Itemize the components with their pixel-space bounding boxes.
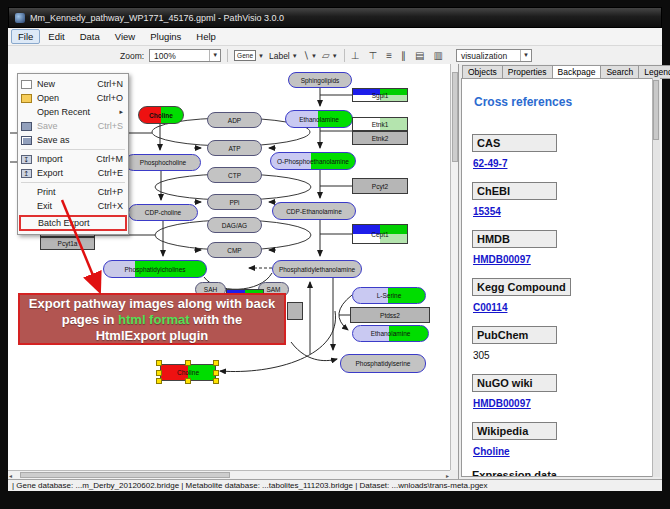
chevron-down-icon[interactable]: ▼ — [332, 53, 338, 59]
node-sgpl1[interactable]: Sgpl1 — [352, 88, 408, 102]
node-pcyt2[interactable]: Pcyt2 — [352, 178, 408, 194]
status-text: | Gene database: ...m_Derby_20120602.bri… — [12, 481, 488, 490]
tab-objects[interactable]: Objects — [462, 65, 503, 79]
panel-scrollbar-thumb[interactable] — [653, 80, 659, 140]
backpage-section-hmdb: HMDBHMDB00097 — [472, 229, 659, 265]
backpage-section-wikipedia: WikipediaCholine — [472, 421, 659, 457]
node-choline-top[interactable]: Choline — [138, 106, 184, 124]
file-menu-exit[interactable]: ExitCtrl+X — [18, 199, 128, 213]
selection-handle[interactable] — [185, 378, 191, 384]
tab-properties[interactable]: Properties — [502, 65, 553, 79]
node-ctp[interactable]: CTP — [207, 167, 262, 183]
node-ethanolamine-top[interactable]: Ethanolamine — [285, 110, 353, 128]
node-phosphatidylserine[interactable]: Phosphatidylserine — [340, 354, 426, 373]
scroll-right-icon[interactable]: ▸ — [445, 472, 450, 479]
node-phosphatidylethanolamine[interactable]: Phosphatidylethanolamine — [272, 260, 362, 278]
add-label-button[interactable]: Label ▼ — [269, 51, 298, 61]
menu-file[interactable]: File — [11, 29, 40, 44]
node-cdp-ethanolamine[interactable]: CDP-Ethanolamine — [272, 202, 356, 220]
align-center-y-icon[interactable]: ⊤ — [368, 50, 377, 62]
tab-search[interactable]: Search — [600, 65, 639, 79]
align-center-x-icon[interactable]: ⊥ — [351, 50, 360, 62]
node-cdp-choline[interactable]: CDP-choline — [128, 204, 198, 221]
xref-link[interactable]: C00114 — [473, 302, 659, 313]
node-connector-box[interactable] — [287, 302, 303, 320]
node-ptdss2[interactable]: Ptdss2 — [350, 307, 430, 323]
file-menu-batch-export[interactable]: Batch Export — [19, 215, 127, 231]
node-cept1[interactable]: Cept1 — [352, 224, 408, 244]
horizontal-scrollbar[interactable]: ◂ ▸ — [8, 470, 450, 479]
selection-handle[interactable] — [213, 378, 219, 384]
file-menu-import[interactable]: ImportCtrl+M — [18, 152, 128, 166]
scroll-left-icon[interactable]: ◂ — [8, 472, 13, 479]
menu-separator — [21, 182, 125, 183]
selection-handle[interactable] — [213, 370, 219, 376]
file-menu-export[interactable]: ExportCtrl+E — [18, 166, 128, 180]
horizontal-scrollbar-thumb[interactable] — [20, 472, 230, 478]
backpage-section-nugo-wiki: NuGO wikiHMDB00097 — [472, 373, 659, 409]
node-dag-ag[interactable]: DAG/AG — [207, 217, 262, 233]
stack-vertical-icon[interactable]: ▤ — [415, 50, 424, 62]
stack-horizontal-icon[interactable]: ▥ — [433, 50, 442, 62]
xref-link[interactable]: Choline — [473, 446, 659, 457]
shape-tool-icon: ▱ — [322, 50, 330, 62]
node-l-serine[interactable]: L-Serine — [352, 287, 426, 304]
menu-data[interactable]: Data — [73, 29, 107, 44]
chevron-down-icon[interactable]: ▼ — [292, 53, 298, 59]
menu-edit[interactable]: Edit — [41, 29, 71, 44]
chevron-down-icon[interactable]: ▼ — [311, 53, 317, 59]
file-menu-print[interactable]: PrintCtrl+P — [18, 185, 128, 199]
section-header: PubChem — [472, 326, 557, 344]
node-phosphatidylcholines[interactable]: Phosphatidylcholines — [103, 260, 207, 278]
node-ppi[interactable]: PPi — [207, 194, 262, 210]
file-menu-new[interactable]: NewCtrl+N — [18, 77, 128, 91]
tab-legend[interactable]: Legend — [638, 65, 670, 79]
node-cmp[interactable]: CMP — [207, 242, 262, 258]
xref-link[interactable]: 62-49-7 — [473, 158, 659, 169]
menu-bar: FileEditDataViewPluginsHelp — [8, 28, 662, 46]
menu-help[interactable]: Help — [189, 29, 223, 44]
section-header: Wikipedia — [472, 422, 557, 440]
selection-handle[interactable] — [185, 360, 191, 366]
selection-handle[interactable] — [156, 360, 162, 366]
node-etnk1[interactable]: Etnk1 — [352, 117, 408, 131]
toolbar-separator — [227, 49, 228, 62]
common-height-icon[interactable]: ≡ — [386, 50, 392, 62]
tab-backpage[interactable]: Backpage — [552, 65, 602, 79]
node-ethanolamine-bottom[interactable]: Ethanolamine — [352, 325, 429, 342]
xref-link[interactable]: HMDB00097 — [473, 398, 659, 409]
shape-tool-button[interactable]: ▱ ▼ — [322, 50, 338, 62]
selection-handle[interactable] — [213, 360, 219, 366]
add-gene-button[interactable]: Gene ▼ — [234, 50, 264, 61]
visualization-combobox[interactable]: visualization ▼ — [456, 49, 532, 62]
file-menu-open-recent[interactable]: Open Recent▸ — [18, 105, 128, 119]
node-phosphocholine[interactable]: Phosphocholine — [125, 154, 201, 171]
node-pcyt1a[interactable]: Pcyt1a — [40, 237, 95, 250]
selection-handle[interactable] — [156, 378, 162, 384]
chevron-down-icon[interactable]: ▼ — [209, 50, 220, 61]
node-atp[interactable]: ATP — [207, 140, 262, 156]
alignment-tools: ⊥⊤≡∥▤▥ — [351, 50, 443, 62]
file-menu-save-as[interactable]: Save as — [18, 133, 128, 147]
zoom-label: Zoom: — [120, 51, 144, 61]
node-sphingolipids[interactable]: Sphingolipids — [288, 72, 352, 88]
node-adp[interactable]: ADP — [207, 112, 262, 128]
vertical-scrollbar[interactable] — [450, 64, 458, 470]
node-o-phosphoethanolamine[interactable]: O-Phosphoethanolamine — [270, 152, 356, 170]
common-width-icon[interactable]: ∥ — [401, 50, 406, 62]
zoom-combobox[interactable]: 100% ▼ — [149, 49, 221, 62]
file-menu-open[interactable]: OpenCtrl+O — [18, 91, 128, 105]
file-menu-save[interactable]: SaveCtrl+S — [18, 119, 128, 133]
selection-handle[interactable] — [156, 370, 162, 376]
backpage-panel: Cross references CAS62-49-7ChEBI15354HMD… — [461, 78, 660, 477]
xref-link[interactable]: 15354 — [473, 206, 659, 217]
submenu-arrow-icon: ▸ — [119, 108, 123, 116]
xref-link[interactable]: HMDB00097 — [473, 254, 659, 265]
chevron-down-icon[interactable]: ▼ — [520, 50, 531, 61]
panel-scrollbar[interactable] — [652, 78, 660, 477]
line-tool-button[interactable]: ∖ ▼ — [303, 50, 317, 62]
menu-view[interactable]: View — [108, 29, 142, 44]
chevron-down-icon[interactable]: ▼ — [258, 53, 264, 59]
menu-plugins[interactable]: Plugins — [143, 29, 188, 44]
node-etnk2[interactable]: Etnk2 — [352, 131, 408, 145]
